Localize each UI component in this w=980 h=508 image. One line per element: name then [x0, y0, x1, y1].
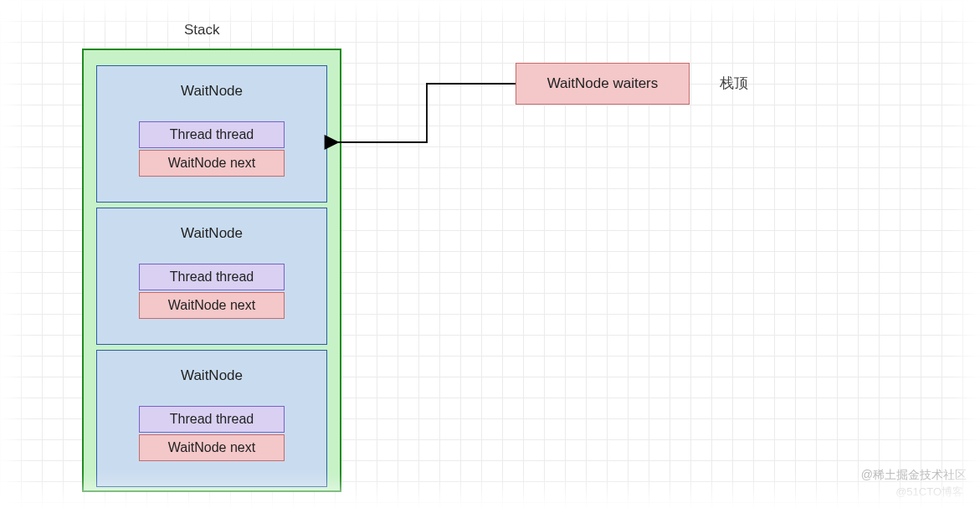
waiters-pointer: WaitNode waiters [516, 63, 690, 105]
stack-top-label: 栈顶 [720, 74, 748, 93]
stack-title: Stack [184, 22, 220, 38]
watermark-text: @51CTO博客 [895, 485, 963, 500]
pointer-arrow [326, 80, 519, 163]
next-field: WaitNode next [139, 434, 285, 461]
thread-field: Thread thread [139, 121, 285, 148]
waitnode-title: WaitNode [97, 225, 326, 242]
next-field: WaitNode next [139, 150, 285, 177]
waitnode-box: WaitNode Thread thread WaitNode next [96, 65, 327, 203]
next-field: WaitNode next [139, 292, 285, 319]
watermark-text: @稀土掘金技术社区 [861, 468, 967, 483]
thread-field: Thread thread [139, 406, 285, 433]
waitnode-title: WaitNode [97, 367, 326, 384]
waitnode-box: WaitNode Thread thread WaitNode next [96, 208, 327, 345]
waitnode-title: WaitNode [97, 83, 326, 100]
waitnode-box: WaitNode Thread thread WaitNode next [96, 350, 327, 487]
thread-field: Thread thread [139, 264, 285, 290]
